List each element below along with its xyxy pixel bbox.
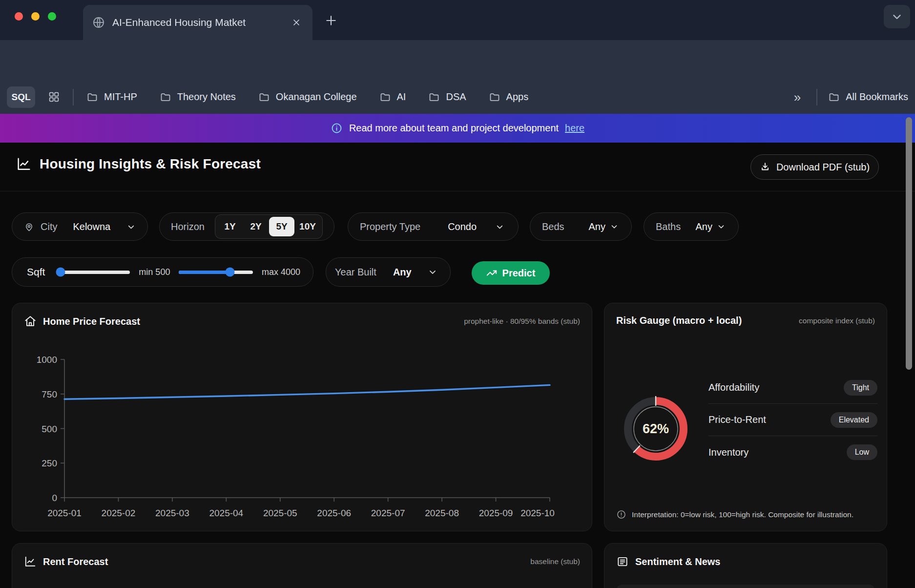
tab-close-icon[interactable] — [289, 15, 304, 30]
folder-icon — [258, 91, 270, 103]
horizon-option-10y[interactable]: 10Y — [295, 217, 320, 236]
sqft-max-slider-fill — [179, 271, 230, 274]
rent-card-title: Rent Forecast — [43, 556, 108, 567]
page-scrollbar-thumb[interactable] — [906, 117, 912, 370]
bookmark-folder-label: Okanagan College — [276, 91, 357, 103]
bookmark-folder[interactable]: AI — [379, 91, 406, 103]
folder-icon — [379, 91, 391, 103]
sentiment-card-header: Sentiment & News — [616, 555, 875, 568]
property-type-select[interactable]: Property Type Condo — [348, 212, 519, 241]
header-divider — [0, 191, 915, 191]
all-bookmarks-label: All Bookmarks — [846, 91, 908, 103]
bookmark-folder[interactable]: MIT-HP — [86, 91, 137, 103]
risk-footnote: Interpretation: 0=low risk, 100=high ris… — [616, 509, 853, 520]
minimize-window-light[interactable] — [31, 12, 40, 21]
city-select[interactable]: City Kelowna — [12, 212, 148, 241]
sqft-max-slider[interactable] — [179, 271, 253, 274]
folder-icon — [489, 91, 500, 103]
horizon-option-2y[interactable]: 2Y — [243, 217, 269, 236]
download-icon — [760, 162, 770, 172]
newspaper-icon — [616, 555, 629, 568]
banner-text: Read more about team and project develop… — [349, 123, 559, 134]
rent-forecast-card: Rent Forecast baseline (stub) — [12, 543, 592, 588]
page-content: Housing Insights & Risk Forecast Downloa… — [0, 143, 915, 588]
banner-link[interactable]: here — [565, 123, 584, 134]
risk-row: InventoryLow — [708, 436, 877, 468]
property-type-value: Condo — [448, 221, 477, 232]
close-window-light[interactable] — [15, 12, 23, 21]
bookmark-folder-label: Apps — [506, 91, 529, 103]
bookmark-folder[interactable]: Apps — [489, 91, 529, 103]
all-bookmarks-folder[interactable]: All Bookmarks — [828, 91, 908, 103]
horizon-label: Horizon — [171, 221, 205, 232]
baths-select[interactable]: Baths Any — [644, 212, 739, 241]
svg-text:2025-10: 2025-10 — [520, 508, 555, 518]
sqft-max-value: max 4000 — [262, 267, 300, 277]
new-tab-button[interactable] — [320, 10, 342, 31]
svg-text:0: 0 — [52, 493, 57, 503]
chevron-down-icon — [495, 222, 504, 231]
bookmark-folder-label: Theory Notes — [177, 91, 236, 103]
location-pin-icon — [24, 222, 34, 232]
svg-text:2025-05: 2025-05 — [263, 508, 297, 518]
risk-donut-gauge: 62% — [617, 390, 695, 468]
sqft-label: Sqft — [27, 266, 45, 278]
announcement-banner: Read more about team and project develop… — [0, 114, 915, 143]
sqft-min-slider[interactable] — [58, 271, 130, 274]
property-type-label: Property Type — [360, 221, 420, 232]
risk-row-badge: Elevated — [831, 412, 877, 428]
chevron-down-icon — [126, 222, 136, 231]
info-icon — [331, 122, 343, 134]
year-built-select[interactable]: Year Built Any — [326, 257, 451, 287]
svg-text:2025-04: 2025-04 — [209, 508, 243, 518]
chevron-down-icon — [428, 267, 437, 277]
traffic-lights — [15, 12, 56, 21]
page-header: Housing Insights & Risk Forecast — [16, 156, 261, 172]
city-value: Kelowna — [73, 221, 110, 232]
risk-row: AffordabilityTight — [708, 372, 877, 404]
maximize-window-light[interactable] — [48, 12, 56, 21]
city-label: City — [41, 221, 57, 232]
bookmark-folder[interactable]: Okanagan College — [258, 91, 357, 103]
rent-card-header: Rent Forecast baseline (stub) — [24, 555, 580, 568]
apps-grid-icon[interactable] — [48, 91, 60, 103]
beds-label: Beds — [542, 221, 564, 232]
globe-favicon-icon — [92, 16, 105, 29]
risk-row-label: Inventory — [708, 447, 749, 458]
folder-icon — [86, 91, 98, 103]
price-forecast-chart: 025050075010002025-012025-022025-032025-… — [12, 341, 593, 531]
horizon-option-1y[interactable]: 1Y — [217, 217, 243, 236]
download-pdf-label: Download PDF (stub) — [776, 162, 870, 173]
bookmarks-separator — [73, 89, 74, 105]
risk-footnote-text: Interpretation: 0=low risk, 100=high ris… — [632, 510, 853, 519]
price-card-title: Home Price Forecast — [43, 316, 140, 327]
beds-select[interactable]: Beds Any — [530, 212, 632, 241]
bookmark-folder[interactable]: DSA — [428, 91, 466, 103]
svg-text:2025-08: 2025-08 — [425, 508, 459, 518]
sqft-min-slider-thumb[interactable] — [56, 268, 65, 277]
window-chevron-button[interactable] — [884, 5, 910, 28]
bookmarks-bar: SQL MIT-HPTheory NotesOkanagan CollegeAI… — [0, 80, 915, 114]
bookmark-folder[interactable]: Theory Notes — [160, 91, 236, 103]
year-built-value: Any — [393, 267, 412, 278]
page-title: Housing Insights & Risk Forecast — [40, 156, 261, 172]
bookmark-sql-chip[interactable]: SQL — [7, 86, 35, 108]
risk-row-badge: Low — [847, 444, 877, 460]
year-built-label: Year Built — [335, 267, 376, 278]
tab-title: AI-Enhanced Housing Matket — [112, 17, 289, 28]
svg-text:2025-01: 2025-01 — [47, 508, 82, 518]
sentiment-news-card: Sentiment & News — [604, 543, 887, 588]
browser-window: AI-Enhanced Housing Matket localhost:517… — [0, 0, 915, 588]
tab-strip: AI-Enhanced Housing Matket — [0, 0, 915, 40]
sqft-max-slider-thumb[interactable] — [225, 268, 234, 277]
risk-row-badge: Tight — [844, 380, 877, 396]
predict-button[interactable]: Predict — [472, 261, 550, 285]
sentiment-card-title: Sentiment & News — [635, 556, 720, 567]
svg-text:500: 500 — [42, 424, 57, 434]
bookmarks-overflow-icon[interactable]: » — [789, 91, 806, 104]
svg-text:2025-09: 2025-09 — [479, 508, 513, 518]
risk-gauge-card: Risk Gauge (macro + local) composite ind… — [604, 303, 887, 531]
download-pdf-button[interactable]: Download PDF (stub) — [750, 154, 879, 180]
horizon-option-5y[interactable]: 5Y — [269, 217, 294, 236]
browser-tab[interactable]: AI-Enhanced Housing Matket — [83, 5, 312, 40]
